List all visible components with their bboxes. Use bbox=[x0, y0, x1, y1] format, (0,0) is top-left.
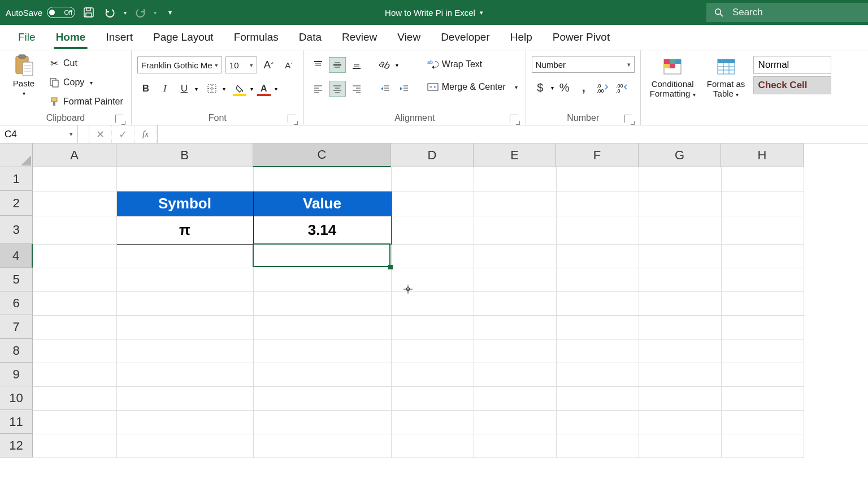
font-color-button[interactable]: A bbox=[255, 81, 272, 97]
cell-B1[interactable] bbox=[116, 167, 253, 191]
cell-H10[interactable] bbox=[721, 386, 804, 410]
cell-H7[interactable] bbox=[721, 315, 804, 339]
cell-F5[interactable] bbox=[556, 268, 639, 291]
cell-H12[interactable] bbox=[721, 434, 804, 457]
chevron-down-icon[interactable]: ▾ bbox=[396, 62, 398, 68]
cell-E5[interactable] bbox=[474, 268, 556, 291]
cell-F7[interactable] bbox=[556, 315, 639, 339]
cell-C7[interactable] bbox=[253, 315, 391, 339]
dialog-launcher-icon[interactable] bbox=[624, 115, 632, 123]
row-header-8[interactable]: 8 bbox=[0, 339, 33, 363]
cell-H9[interactable] bbox=[721, 363, 804, 386]
fill-handle[interactable] bbox=[388, 265, 393, 269]
insert-function-button[interactable]: fx bbox=[134, 125, 157, 143]
cell-E12[interactable] bbox=[474, 434, 556, 457]
tab-page-layout[interactable]: Page Layout bbox=[143, 27, 224, 49]
cell-A1[interactable] bbox=[33, 167, 116, 191]
copy-button[interactable]: Copy ▾ bbox=[46, 74, 125, 91]
cell-C5[interactable] bbox=[253, 268, 391, 291]
cell-A2[interactable] bbox=[33, 191, 116, 216]
underline-button[interactable]: U bbox=[176, 81, 193, 97]
column-header-H[interactable]: H bbox=[721, 143, 804, 167]
cell-H2[interactable] bbox=[721, 191, 804, 216]
increase-decimal-button[interactable]: .0.00 bbox=[594, 80, 611, 95]
row-header-9[interactable]: 9 bbox=[0, 363, 33, 386]
cell-A9[interactable] bbox=[33, 363, 116, 386]
cell-F9[interactable] bbox=[556, 363, 639, 386]
cell-C11[interactable] bbox=[253, 410, 391, 434]
italic-button[interactable]: I bbox=[157, 81, 173, 97]
cell-G6[interactable] bbox=[639, 291, 721, 315]
undo-dropdown[interactable]: ▾ bbox=[124, 10, 127, 16]
column-header-C[interactable]: C bbox=[253, 143, 391, 167]
cell-B11[interactable] bbox=[116, 410, 253, 434]
cell-A8[interactable] bbox=[33, 339, 116, 363]
cell-E2[interactable] bbox=[474, 191, 556, 216]
cell-C2[interactable]: Value bbox=[253, 191, 391, 216]
cell-A5[interactable] bbox=[33, 268, 116, 291]
chevron-down-icon[interactable]: ▾ bbox=[551, 85, 554, 91]
tab-view[interactable]: View bbox=[387, 27, 431, 49]
cell-D9[interactable] bbox=[391, 363, 474, 386]
cell-A7[interactable] bbox=[33, 315, 116, 339]
cell-B8[interactable] bbox=[116, 339, 253, 363]
cell-E1[interactable] bbox=[474, 167, 556, 191]
cell-H1[interactable] bbox=[721, 167, 804, 191]
select-all-button[interactable] bbox=[0, 143, 33, 167]
cell-D3[interactable] bbox=[391, 216, 474, 244]
dialog-launcher-icon[interactable] bbox=[510, 115, 518, 123]
cell-E7[interactable] bbox=[474, 315, 556, 339]
tab-review[interactable]: Review bbox=[332, 27, 387, 49]
cell-D1[interactable] bbox=[391, 167, 474, 191]
undo-button[interactable] bbox=[102, 5, 118, 20]
align-top-button[interactable] bbox=[310, 57, 327, 73]
cell-G10[interactable] bbox=[639, 386, 721, 410]
row-header-11[interactable]: 11 bbox=[0, 410, 33, 434]
tab-home[interactable]: Home bbox=[46, 27, 96, 49]
decrease-indent-button[interactable] bbox=[376, 81, 393, 97]
tab-formulas[interactable]: Formulas bbox=[224, 27, 289, 49]
column-header-D[interactable]: D bbox=[391, 143, 474, 167]
cell-B5[interactable] bbox=[116, 268, 253, 291]
cell-F1[interactable] bbox=[556, 167, 639, 191]
cell-B7[interactable] bbox=[116, 315, 253, 339]
enter-formula-button[interactable]: ✓ bbox=[112, 125, 134, 143]
row-header-3[interactable]: 3 bbox=[0, 216, 33, 244]
cell-A12[interactable] bbox=[33, 434, 116, 457]
autosave-toggle[interactable]: AutoSave Off bbox=[6, 7, 75, 18]
style-normal[interactable]: Normal bbox=[753, 56, 831, 74]
cell-G11[interactable] bbox=[639, 410, 721, 434]
cell-E8[interactable] bbox=[474, 339, 556, 363]
cell-A11[interactable] bbox=[33, 410, 116, 434]
cell-F12[interactable] bbox=[556, 434, 639, 457]
cell-H8[interactable] bbox=[721, 339, 804, 363]
cell-C9[interactable] bbox=[253, 363, 391, 386]
cell-E11[interactable] bbox=[474, 410, 556, 434]
row-header-1[interactable]: 1 bbox=[0, 167, 33, 191]
cancel-formula-button[interactable]: ✕ bbox=[89, 125, 112, 143]
tab-file[interactable]: File bbox=[8, 27, 46, 49]
merge-center-button[interactable]: Merge & Center ▾ bbox=[425, 79, 520, 95]
cell-F8[interactable] bbox=[556, 339, 639, 363]
style-check-cell[interactable]: Check Cell bbox=[753, 76, 831, 94]
column-header-E[interactable]: E bbox=[474, 143, 556, 167]
align-center-button[interactable] bbox=[329, 81, 346, 97]
cell-G9[interactable] bbox=[639, 363, 721, 386]
cell-D4[interactable] bbox=[391, 244, 474, 268]
decrease-font-button[interactable]: A˅ bbox=[281, 57, 298, 73]
formula-input[interactable] bbox=[158, 125, 868, 143]
cell-D8[interactable] bbox=[391, 339, 474, 363]
cell-E6[interactable] bbox=[474, 291, 556, 315]
fill-color-button[interactable] bbox=[231, 81, 248, 97]
paste-button[interactable]: Paste ▾ bbox=[6, 53, 42, 97]
cell-A10[interactable] bbox=[33, 386, 116, 410]
align-bottom-button[interactable] bbox=[348, 57, 365, 73]
column-header-G[interactable]: G bbox=[639, 143, 721, 167]
font-name-combo[interactable]: Franklin Gothic Me▾ bbox=[137, 56, 222, 73]
row-header-6[interactable]: 6 bbox=[0, 291, 33, 315]
dialog-launcher-icon[interactable] bbox=[115, 115, 123, 123]
cell-B4[interactable] bbox=[116, 244, 253, 268]
cell-E9[interactable] bbox=[474, 363, 556, 386]
column-header-A[interactable]: A bbox=[33, 143, 116, 167]
chevron-down-icon[interactable]: ▾ bbox=[195, 86, 198, 92]
